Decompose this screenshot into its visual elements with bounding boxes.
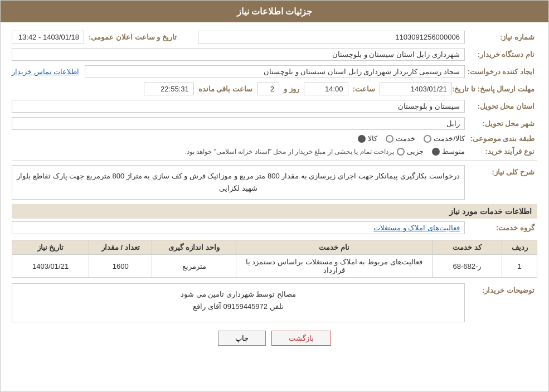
process-radio-medium[interactable] [432, 148, 440, 156]
col-code: کد خدمت [432, 240, 502, 255]
province-label: استان محل تحویل: [465, 102, 537, 110]
need-number-label: شماره نیاز: [465, 33, 537, 41]
page-title: جزئیات اطلاعات نیاز [237, 7, 313, 16]
services-section-title: اطلاعات خدمات مورد نیاز [12, 204, 537, 219]
city-label: شهر محل تحویل: [465, 119, 537, 128]
cell-num: 1 [502, 255, 537, 278]
back-button[interactable]: بازگشت [271, 331, 331, 346]
page-header: جزئیات اطلاعات نیاز [1, 1, 548, 22]
process-label-partial: جزیی [407, 147, 424, 156]
deadline-date: 1403/01/21 [380, 83, 452, 95]
process-radio-group: جزیی متوسط [397, 147, 465, 156]
category-radio-group: کالا خدمت کالا/خدمت [358, 134, 465, 143]
process-label: نوع فرآیند خرید: [465, 147, 537, 156]
process-label-medium: متوسط [442, 147, 465, 156]
cell-name: فعالیت‌های مربوط به املاک و مستغلات براس… [236, 255, 432, 278]
buyer-notes-value: مصالح توسط شهرداری تامین می شودتلفن 0915… [12, 283, 465, 322]
process-option-partial[interactable]: جزیی [397, 147, 424, 156]
col-qty: تعداد / مقدار [89, 240, 152, 255]
action-buttons: بازگشت چاپ [12, 331, 537, 346]
table-row: 1 ر-682-68 فعالیت‌های مربوط به املاک و م… [12, 255, 537, 278]
province-value: سیستان و بلوچستان [12, 100, 465, 113]
announce-label: تاریخ و ساعت اعلان عمومی: [89, 33, 177, 41]
creator-value: سجاد رستمی کاربرداز شهرداری زابل استان س… [85, 65, 465, 78]
cell-qty: 1600 [89, 255, 152, 278]
creator-label: ایجاد کننده درخواست: [465, 67, 537, 76]
category-label-goods: کالا [368, 134, 377, 143]
remaining-label: ساعت باقی مانده [198, 85, 252, 93]
cell-unit: مترمربع [152, 255, 236, 278]
need-desc-label: شرح کلی نیاز: [465, 165, 537, 176]
deadline-label: مهلت ارسال پاسخ: تا تاریخ: [452, 85, 537, 93]
need-number-value: 1103091256000006 [198, 31, 465, 43]
category-option-goods[interactable]: کالا [358, 134, 377, 143]
col-name: نام خدمت [236, 240, 432, 255]
buyer-notes-label: توضیحات خریدار: [465, 283, 537, 294]
category-label-both: کالا/خدمت [434, 134, 465, 143]
contact-link[interactable]: اطلاعات تماس خریدار [12, 67, 79, 76]
col-unit: واحد اندازه گیری [152, 240, 236, 255]
process-radio-partial[interactable] [397, 148, 405, 156]
cell-code: ر-682-68 [432, 255, 502, 278]
services-table: ردیف کد خدمت نام خدمت واحد اندازه گیری ت… [12, 240, 537, 278]
services-table-section: ردیف کد خدمت نام خدمت واحد اندازه گیری ت… [12, 240, 537, 278]
deadline-time-label: ساعت: [353, 85, 375, 93]
col-date: تاریخ نیاز [12, 240, 89, 255]
payment-note: پرداخت تمام یا بخشی از مبلغ خریدار از مح… [185, 148, 394, 156]
category-radio-service[interactable] [386, 135, 393, 143]
process-option-medium[interactable]: متوسط [432, 147, 465, 156]
remaining-time: 22:55:31 [144, 83, 194, 95]
deadline-days-label: روز و [284, 85, 299, 93]
category-radio-both[interactable] [424, 135, 431, 143]
cell-date: 1403/01/21 [12, 255, 89, 278]
category-label-service: خدمت [396, 134, 415, 143]
buyer-org-value: شهرداری زابل استان سیستان و بلوچستان [12, 48, 465, 61]
category-radio-goods[interactable] [358, 135, 366, 143]
service-group-link[interactable]: فعالیت‌های املاک و مستغلات [373, 224, 460, 232]
service-group-label: گروه خدمت: [465, 224, 537, 232]
buyer-org-label: نام دستگاه خریدار: [465, 50, 537, 59]
col-num: ردیف [502, 240, 537, 255]
category-label: طبقه بندی موضوعی: [465, 134, 537, 143]
category-option-both[interactable]: کالا/خدمت [424, 134, 465, 143]
need-desc-value: درخواست بکارگیری پیمانکار جهت اجرای زیرس… [12, 165, 465, 200]
deadline-time: 14:00 [304, 83, 348, 95]
print-button[interactable]: چاپ [218, 331, 266, 346]
city-value: زابل [12, 117, 465, 130]
deadline-days: 2 [257, 83, 279, 95]
service-group-value: فعالیت‌های املاک و مستغلات [12, 221, 465, 234]
category-option-service[interactable]: خدمت [386, 134, 415, 143]
announce-value: 1403/01/18 - 13:42 [12, 31, 84, 43]
